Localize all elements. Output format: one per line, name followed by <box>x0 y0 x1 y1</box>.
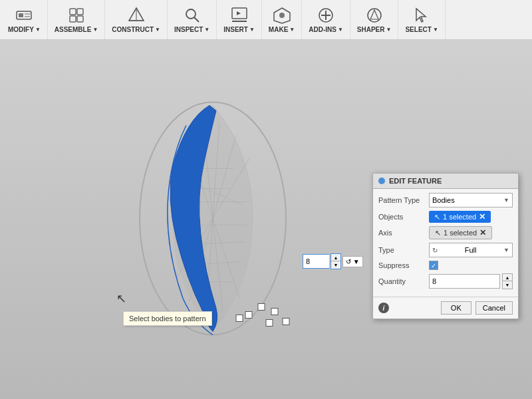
type-arrow: ▼ <box>503 247 509 253</box>
inspect-label: INSPECT ▼ <box>174 26 209 33</box>
select-icon <box>412 6 431 25</box>
assemble-label: ASSEMBLE ▼ <box>55 26 98 33</box>
svg-point-17 <box>279 13 285 18</box>
quantity-spin-down[interactable]: ▼ <box>503 281 512 289</box>
quantity-row: Quantity ▲ ▼ <box>378 273 513 289</box>
pattern-type-select[interactable]: Bodies ▼ <box>429 193 513 207</box>
pattern-type-value: Bodies <box>432 196 455 204</box>
axis-value: 1 selected <box>444 229 477 237</box>
svg-rect-7 <box>77 16 83 22</box>
svg-rect-41 <box>266 320 273 327</box>
svg-rect-5 <box>77 9 83 15</box>
svg-marker-22 <box>370 10 378 19</box>
panel-indicator <box>378 178 385 184</box>
svg-point-11 <box>186 9 196 19</box>
objects-label: Objects <box>378 213 426 221</box>
quantity-mini-control[interactable]: 8 ▲ ▼ ↺ ▼ <box>303 253 363 269</box>
quantity-control: ▲ ▼ <box>429 273 513 289</box>
svg-rect-40 <box>283 319 289 325</box>
suppress-label: Suppress <box>378 261 426 269</box>
svg-rect-4 <box>70 9 76 15</box>
type-icon: ↻ <box>432 247 438 254</box>
objects-value: 1 selected <box>443 213 476 221</box>
objects-control: ↖ 1 selected ✕ <box>429 211 513 223</box>
spin-down-button[interactable]: ▼ <box>331 261 340 269</box>
type-row: Type ↻ Full ▼ <box>378 243 513 257</box>
construct-icon <box>127 6 146 25</box>
make-label: MAKE ▼ <box>269 26 295 33</box>
suppress-row: Suppress ✓ <box>378 261 513 270</box>
axis-cursor-icon: ↖ <box>435 229 441 237</box>
axis-label: Axis <box>378 229 426 237</box>
svg-line-12 <box>194 17 199 22</box>
type-value: Full <box>465 246 477 254</box>
objects-row: Objects ↖ 1 selected ✕ <box>378 211 513 223</box>
quantity-mini-input[interactable]: 8 <box>303 254 329 269</box>
svg-marker-14 <box>237 11 241 15</box>
svg-rect-42 <box>245 312 252 319</box>
quantity-spin-up[interactable]: ▲ <box>503 274 512 281</box>
svg-marker-23 <box>416 9 426 22</box>
shaper-icon <box>365 6 384 25</box>
add-ins-label: ADD-INS ▼ <box>309 26 343 33</box>
pattern-type-control: Bodies ▼ <box>429 193 513 207</box>
suppress-control: ✓ <box>429 261 513 270</box>
panel-title: EDIT FEATURE <box>389 177 442 185</box>
objects-badge[interactable]: ↖ 1 selected ✕ <box>429 211 491 223</box>
add-ins-icon <box>317 6 335 25</box>
assemble-icon <box>67 6 86 25</box>
select-label: SELECT ▼ <box>405 26 438 33</box>
spin-up-button[interactable]: ▲ <box>331 254 340 261</box>
axis-clear-button[interactable]: ✕ <box>479 228 486 237</box>
canvas-area[interactable]: Select bodies to pattern ↖ 8 ▲ ▼ ↺ ▼ EDI… <box>0 40 532 399</box>
axis-row: Axis ↖ 1 selected ✕ <box>378 226 513 239</box>
svg-rect-39 <box>271 309 278 315</box>
ok-button[interactable]: OK <box>441 301 471 315</box>
objects-clear-button[interactable]: ✕ <box>479 212 485 221</box>
modify-icon <box>15 6 33 25</box>
quantity-spinners: ▲ ▼ <box>502 273 513 289</box>
axis-badge[interactable]: ↖ 1 selected ✕ <box>429 226 492 239</box>
make-icon <box>273 6 291 25</box>
type-label: Type <box>378 246 426 254</box>
quantity-label: Quantity <box>378 277 426 285</box>
toolbar-add-ins[interactable]: ADD-INS ▼ <box>302 0 350 39</box>
panel-body: Pattern Type Bodies ▼ Objects ↖ 1 select… <box>373 189 518 297</box>
toolbar-make[interactable]: MAKE ▼ <box>262 0 302 39</box>
pattern-type-label: Pattern Type <box>378 196 426 204</box>
type-select[interactable]: ↻ Full ▼ <box>429 243 513 257</box>
svg-rect-43 <box>236 315 243 322</box>
insert-icon <box>230 6 249 25</box>
toolbar-modify[interactable]: MODIFY ▼ <box>1 0 48 39</box>
inspect-icon <box>183 6 201 25</box>
axis-control: ↖ 1 selected ✕ <box>429 226 513 239</box>
toolbar-shaper[interactable]: SHAPER ▼ <box>350 0 399 39</box>
svg-rect-2 <box>25 13 31 15</box>
toolbar: MODIFY ▼ ASSEMBLE ▼ CONST <box>0 0 532 40</box>
svg-rect-38 <box>258 304 265 311</box>
panel-footer: i OK Cancel <box>373 297 518 319</box>
toolbar-select[interactable]: SELECT ▼ <box>398 0 445 39</box>
panel-header: EDIT FEATURE <box>373 174 518 189</box>
quantity-input[interactable] <box>429 274 500 289</box>
toolbar-inspect[interactable]: INSPECT ▼ <box>168 0 217 39</box>
footer-buttons: OK Cancel <box>441 301 513 315</box>
tooltip: Select bodies to pattern <box>123 311 212 326</box>
shaper-label: SHAPER ▼ <box>357 26 392 33</box>
pattern-type-arrow: ▼ <box>503 197 509 203</box>
type-control: ↻ Full ▼ <box>429 243 513 257</box>
cancel-button[interactable]: Cancel <box>475 301 513 315</box>
suppress-checkbox[interactable]: ✓ <box>429 261 438 270</box>
info-icon[interactable]: i <box>378 303 389 313</box>
toolbar-insert[interactable]: INSERT ▼ <box>217 0 262 39</box>
toolbar-construct[interactable]: CONSTRUCT ▼ <box>105 0 168 39</box>
insert-label: INSERT ▼ <box>223 26 255 33</box>
modify-label: MODIFY ▼ <box>8 26 41 33</box>
svg-rect-1 <box>19 13 23 17</box>
rotate-control[interactable]: ↺ ▼ <box>342 256 363 267</box>
pattern-type-row: Pattern Type Bodies ▼ <box>378 193 513 207</box>
select-cursor-icon: ↖ <box>434 213 440 221</box>
toolbar-assemble[interactable]: ASSEMBLE ▼ <box>48 0 105 39</box>
svg-rect-3 <box>25 16 30 17</box>
mini-spinners: ▲ ▼ <box>331 253 341 269</box>
